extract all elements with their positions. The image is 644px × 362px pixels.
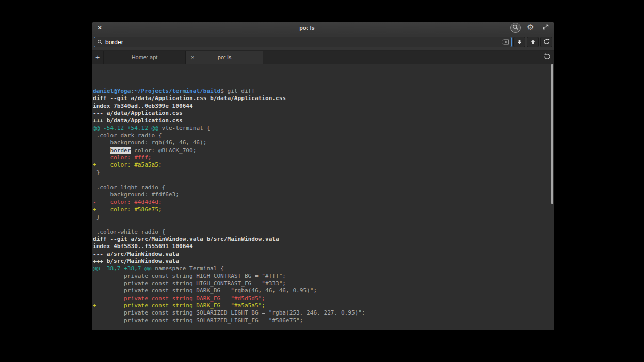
terminal-line: - private const string DARK_FG = "#d5d5d…	[93, 295, 550, 302]
terminal-text-span: }	[93, 213, 100, 220]
headerbar: × po: ls ⚙	[92, 22, 554, 34]
terminal-line: + color: #586e75;	[93, 206, 550, 213]
search-next-button[interactable]	[513, 37, 525, 47]
plus-icon: +	[95, 53, 100, 61]
terminal-text-span: +++ b/data/Application.css	[93, 117, 183, 124]
terminal-line: diff --git a/src/MainWindow.vala b/src/M…	[93, 236, 550, 243]
terminal-output[interactable]: daniel@Yoga:~/Projects/terminal/build$ g…	[92, 64, 554, 330]
terminal-line: private const string SOLARIZED_LIGHT_FG …	[93, 317, 550, 324]
terminal-line: index 7b340ad..0eb399e 100644	[93, 103, 550, 110]
tab-home-apt[interactable]: Home: apt	[103, 51, 186, 64]
terminal-text-span: +++ b/src/MainWindow.vala	[93, 258, 179, 265]
gear-icon: ⚙	[527, 24, 534, 31]
window-close-button[interactable]: ×	[95, 24, 104, 32]
terminal-text-span: vte-terminal {	[158, 125, 210, 131]
terminal-text-span: }	[93, 169, 100, 176]
terminal-text-span: .color-dark radio {	[93, 132, 162, 139]
fullscreen-button[interactable]	[540, 23, 551, 33]
terminal-text-span: --- a/data/Application.css	[93, 110, 183, 117]
terminal-line: }	[93, 213, 550, 221]
terminal-line: daniel@Yoga:~/Projects/terminal/build$ g…	[93, 88, 550, 95]
search-icon	[512, 23, 519, 32]
search-cycle-button[interactable]	[540, 37, 552, 47]
terminal-text-span: .color-white radio {	[93, 228, 165, 235]
terminal-line: - color: #4d4d4d;	[93, 199, 550, 206]
terminal-text-span: @@ -38,7 +38,7 @@	[93, 265, 152, 272]
cycle-icon	[543, 38, 550, 47]
history-icon	[544, 53, 551, 62]
terminal-line: }	[93, 169, 550, 176]
tab-bar: + Home: apt × po: ls	[92, 51, 554, 64]
terminal-line	[93, 324, 550, 330]
terminal-line	[93, 221, 550, 228]
tab-label: po: ls	[218, 54, 231, 60]
close-icon: ×	[191, 54, 194, 60]
terminal-line: background: #fdf6e3;	[93, 191, 550, 199]
terminal-line: --- a/data/Application.css	[93, 110, 550, 117]
terminal-text-span: - color: #4d4d4d;	[93, 199, 162, 205]
terminal-text-span: private const string DARK_BG = "rgba(46,…	[93, 287, 317, 294]
terminal-text-span: private const string HIGH_CONTRAST_BG = …	[93, 273, 286, 279]
terminal-line: @@ -54,12 +54,12 @@ vte-terminal {	[93, 125, 550, 132]
terminal-text-span: .color-light radio {	[93, 184, 165, 191]
terminal-text-span: - color: #fff;	[93, 154, 152, 161]
terminal-line: + color: #a5a5a5;	[93, 161, 550, 169]
terminal-text-span	[93, 147, 110, 154]
terminal-line	[93, 176, 550, 184]
terminal-line: index 4bf5830..f555691 100644	[93, 243, 550, 250]
new-tab-button[interactable]: +	[92, 51, 103, 64]
tab-po-ls[interactable]: × po: ls	[186, 51, 263, 64]
clear-backspace-icon[interactable]	[501, 38, 509, 47]
arrow-up-icon	[530, 38, 536, 47]
restore-tabs-button[interactable]	[540, 51, 554, 64]
terminal-text-span: index 4bf5830..f555691 100644	[93, 243, 193, 250]
terminal-line: @@ -38,7 +38,7 @@ namespace Terminal {	[93, 265, 550, 272]
terminal-text-span: - private const string DARK_FG = "#d5d5d…	[93, 295, 265, 302]
tab-close-button[interactable]: ×	[191, 51, 194, 64]
arrow-down-icon	[517, 38, 522, 47]
expand-icon	[542, 23, 549, 32]
search-field[interactable]	[94, 37, 512, 47]
terminal-line: +++ b/data/Application.css	[93, 117, 550, 124]
terminal-line: +++ b/src/MainWindow.vala	[93, 258, 550, 265]
terminal-text-span: --- a/src/MainWindow.vala	[93, 251, 179, 257]
terminal-text-span: private const string SOLARIZED_LIGHT_FG …	[93, 317, 303, 324]
terminal-line: .color-white radio {	[93, 228, 550, 236]
search-toggle-button[interactable]	[510, 23, 521, 33]
terminal-line: - color: #fff;	[93, 154, 550, 161]
search-input[interactable]	[105, 39, 498, 46]
terminal-line: private const string DARK_BG = "rgba(46,…	[93, 287, 550, 294]
terminal-line: private const string HIGH_CONTRAST_BG = …	[93, 273, 550, 280]
tab-label: Home: apt	[132, 54, 158, 60]
settings-button[interactable]: ⚙	[525, 23, 536, 33]
terminal-text-span: daniel@Yoga	[93, 88, 131, 94]
terminal-text-span: diff --git a/src/MainWindow.vala b/src/M…	[93, 236, 279, 242]
terminal-line: private const string SOLARIZED_LIGHT_BG …	[93, 309, 550, 317]
terminal-text-span: index 7b340ad..0eb399e 100644	[93, 103, 193, 109]
terminal-line: .color-light radio {	[93, 184, 550, 191]
terminal-line: + private const string DARK_FG = "#a5a5a…	[93, 302, 550, 309]
terminal-text-span: diff --git a/data/Application.css b/data…	[93, 95, 286, 102]
terminal-text-span: + private const string DARK_FG = "#a5a5a…	[93, 302, 265, 309]
tabbar-spacer	[263, 51, 540, 64]
terminal-line: border-color: @BLACK_700;	[93, 147, 550, 154]
terminal-text-span: -color: @BLACK_700;	[131, 147, 196, 154]
terminal-window: × po: ls ⚙	[92, 22, 554, 330]
terminal-text-span: + color: #a5a5a5;	[93, 161, 162, 168]
close-icon: ×	[98, 24, 102, 31]
terminal-text-span: + color: #586e75;	[93, 206, 162, 213]
scrollbar-thumb[interactable]	[551, 64, 553, 204]
window-title: po: ls	[108, 25, 506, 31]
headerbar-actions: ⚙	[510, 23, 551, 33]
terminal-line: private const string HIGH_CONTRAST_FG = …	[93, 280, 550, 287]
terminal-text-span: ~/Projects/terminal/build	[134, 88, 220, 94]
terminal-text-span: background: rgb(46, 46, 46);	[93, 139, 206, 146]
magnifier-icon	[97, 38, 103, 47]
terminal-text-span: border	[110, 147, 131, 154]
terminal-text-span: private const string HIGH_CONTRAST_FG = …	[93, 280, 286, 287]
terminal-line: background: rgb(46, 46, 46);	[93, 139, 550, 146]
terminal-text-span: private const string SOLARIZED_LIGHT_BG …	[93, 309, 365, 316]
terminal-line: --- a/src/MainWindow.vala	[93, 251, 550, 258]
terminal-text-span: namespace Terminal {	[152, 265, 224, 272]
search-previous-button[interactable]	[527, 37, 539, 47]
